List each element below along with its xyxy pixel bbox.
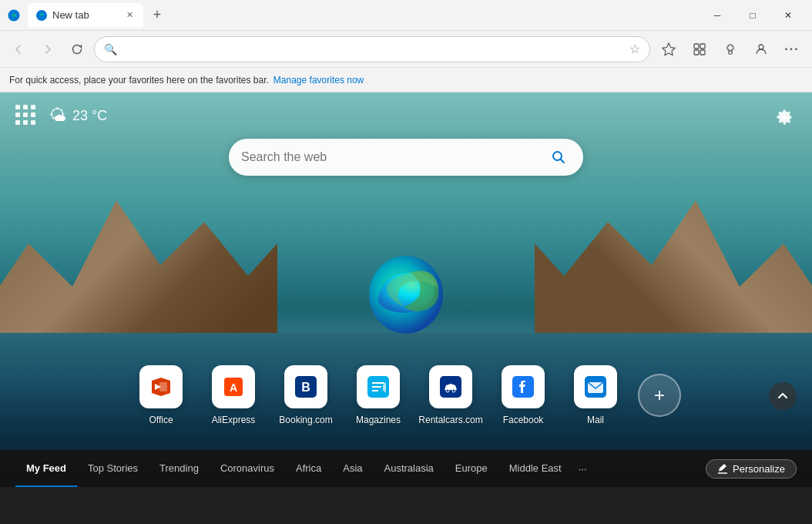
personalize-button[interactable]: Personalize xyxy=(706,459,797,479)
back-button[interactable] xyxy=(6,37,31,62)
tab-favicon xyxy=(35,9,48,22)
window-controls: ─ □ ✕ xyxy=(700,3,806,28)
browser-icon xyxy=(6,8,22,23)
address-search-icon: 🔍 xyxy=(104,43,117,55)
collections-button[interactable] xyxy=(686,35,713,63)
manage-favorites-link[interactable]: Manage favorites now xyxy=(273,75,364,86)
news-tab-africa[interactable]: Africa xyxy=(285,450,332,487)
news-tab-topstories[interactable]: Top Stories xyxy=(77,450,149,487)
svg-text:A: A xyxy=(230,381,237,394)
svg-rect-4 xyxy=(700,50,705,55)
top-overlay: 🌤 23 °C xyxy=(0,92,812,142)
svg-line-7 xyxy=(561,160,565,163)
forward-button[interactable] xyxy=(35,37,60,62)
facebook-label: Facebook xyxy=(503,415,544,425)
edge-logo xyxy=(360,247,452,339)
weather-icon: 🌤 xyxy=(49,106,66,126)
favorites-star-icon[interactable]: ☆ xyxy=(629,42,640,56)
active-tab[interactable]: New tab ✕ xyxy=(28,3,143,28)
news-tab-myfeed[interactable]: My Feed xyxy=(15,450,77,487)
refresh-button[interactable] xyxy=(65,37,89,62)
aliexpress-icon: A xyxy=(212,365,255,408)
news-tab-trending[interactable]: Trending xyxy=(149,450,210,487)
favorites-bar-text: For quick access, place your favorites h… xyxy=(9,75,269,86)
booking-icon: B xyxy=(284,365,327,408)
news-tab-more[interactable]: ··· xyxy=(572,450,593,487)
address-input[interactable] xyxy=(122,43,625,55)
rentalcars-icon xyxy=(429,365,472,408)
news-tab-middleeast[interactable]: Middle East xyxy=(498,450,572,487)
svg-point-5 xyxy=(759,45,763,49)
news-tab-australasia[interactable]: Australasia xyxy=(374,450,445,487)
tab-title: New tab xyxy=(52,9,119,21)
aliexpress-label: AliExpress xyxy=(212,415,256,425)
svg-point-21 xyxy=(446,389,449,392)
quick-links: Office A AliExpress B Booking. xyxy=(131,365,681,425)
extensions-button[interactable] xyxy=(716,35,744,63)
quick-link-office[interactable]: Office xyxy=(131,365,191,425)
quick-link-booking[interactable]: B Booking.com xyxy=(276,365,336,425)
mail-icon xyxy=(574,365,617,408)
weather-widget[interactable]: 🌤 23 °C xyxy=(49,106,107,126)
mail-label: Mail xyxy=(587,415,604,425)
nav-bar: 🔍 ☆ ··· xyxy=(0,31,812,68)
favorites-bar: For quick access, place your favorites h… xyxy=(0,68,812,92)
magazines-label: Magazines xyxy=(356,415,401,425)
search-box-container xyxy=(229,139,583,176)
search-input[interactable] xyxy=(241,150,539,164)
news-tab-europe[interactable]: Europe xyxy=(445,450,498,487)
quick-link-magazines[interactable]: Magazines xyxy=(348,365,408,425)
facebook-icon xyxy=(502,365,545,408)
main-content: 🌤 23 °C xyxy=(0,92,812,487)
tab-bar: New tab ✕ + xyxy=(28,3,696,28)
news-tab-asia[interactable]: Asia xyxy=(332,450,373,487)
address-bar[interactable]: 🔍 ☆ xyxy=(94,36,650,62)
booking-label: Booking.com xyxy=(279,415,332,425)
toolbar-icons: ··· xyxy=(655,35,806,63)
magazines-icon xyxy=(357,365,400,408)
office-icon xyxy=(139,365,183,408)
office-label: Office xyxy=(149,415,173,425)
title-bar: New tab ✕ + ─ □ ✕ xyxy=(0,0,812,31)
close-button[interactable]: ✕ xyxy=(770,3,806,28)
rentalcars-label: Rentalcars.com xyxy=(418,415,482,425)
quick-link-mail[interactable]: Mail xyxy=(565,365,626,425)
search-box xyxy=(229,139,583,176)
quick-link-aliexpress[interactable]: A AliExpress xyxy=(203,365,263,425)
new-tab-button[interactable]: + xyxy=(146,5,168,26)
news-feed-bar: My Feed Top Stories Trending Coronavirus… xyxy=(0,450,812,487)
more-button[interactable]: ··· xyxy=(778,35,806,63)
minimize-button[interactable]: ─ xyxy=(700,3,735,28)
add-link-button[interactable]: + xyxy=(638,374,681,417)
svg-text:B: B xyxy=(301,381,310,394)
scroll-up-button[interactable] xyxy=(769,382,797,410)
news-tab-coronavirus[interactable]: Coronavirus xyxy=(210,450,285,487)
page-settings-button[interactable] xyxy=(772,105,797,129)
weather-temperature: 23 °C xyxy=(72,108,107,124)
restore-button[interactable]: □ xyxy=(735,3,770,28)
svg-rect-1 xyxy=(694,44,699,49)
quick-link-rentalcars[interactable]: Rentalcars.com xyxy=(421,365,481,425)
personalize-label: Personalize xyxy=(733,463,785,475)
favorites-button[interactable] xyxy=(655,35,683,63)
svg-point-22 xyxy=(452,389,455,392)
tab-close-button[interactable]: ✕ xyxy=(123,9,136,22)
apps-grid-button[interactable] xyxy=(15,105,37,126)
svg-rect-3 xyxy=(694,50,699,55)
quick-link-facebook[interactable]: Facebook xyxy=(493,365,553,425)
svg-rect-2 xyxy=(700,44,705,49)
profile-button[interactable] xyxy=(747,35,775,63)
search-button[interactable] xyxy=(546,145,571,170)
